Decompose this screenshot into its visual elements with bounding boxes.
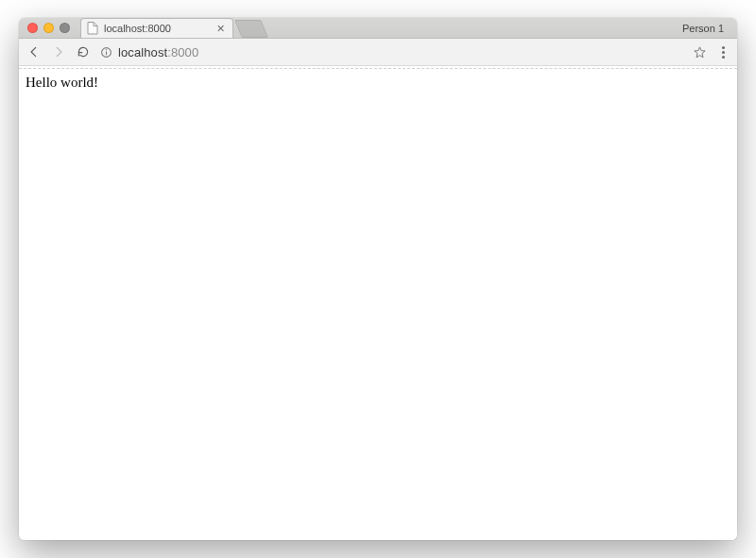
url-text: localhost:8000 xyxy=(118,45,198,59)
url-port: :8000 xyxy=(167,45,198,59)
window-controls xyxy=(19,23,70,33)
window-close-button[interactable] xyxy=(27,23,38,33)
reload-button[interactable] xyxy=(76,44,91,59)
svg-rect-1 xyxy=(106,51,107,55)
site-info-icon[interactable] xyxy=(100,46,112,59)
url-host: localhost xyxy=(118,45,167,59)
window-maximize-button[interactable] xyxy=(60,23,70,33)
window-minimize-button[interactable] xyxy=(43,23,54,33)
svg-rect-2 xyxy=(106,49,107,50)
toolbar: localhost:8000 xyxy=(19,39,737,66)
titlebar: localhost:8000 ✕ Person 1 xyxy=(19,18,737,39)
browser-window: localhost:8000 ✕ Person 1 localhost:8000 xyxy=(19,18,737,540)
tab-close-button[interactable]: ✕ xyxy=(215,22,227,36)
tab-title: localhost:8000 xyxy=(104,23,209,34)
back-button[interactable] xyxy=(26,44,42,59)
page-content: Hello world! xyxy=(19,69,737,540)
new-tab-button[interactable] xyxy=(234,20,268,38)
profile-button[interactable]: Person 1 xyxy=(679,22,728,35)
bookmark-star-icon[interactable] xyxy=(692,44,707,59)
menu-button[interactable] xyxy=(716,46,730,59)
page-body-text: Hello world! xyxy=(26,75,98,90)
browser-tab[interactable]: localhost:8000 ✕ xyxy=(80,18,233,38)
address-bar[interactable]: localhost:8000 xyxy=(100,45,682,59)
file-icon xyxy=(87,22,98,35)
forward-button[interactable] xyxy=(51,44,66,59)
